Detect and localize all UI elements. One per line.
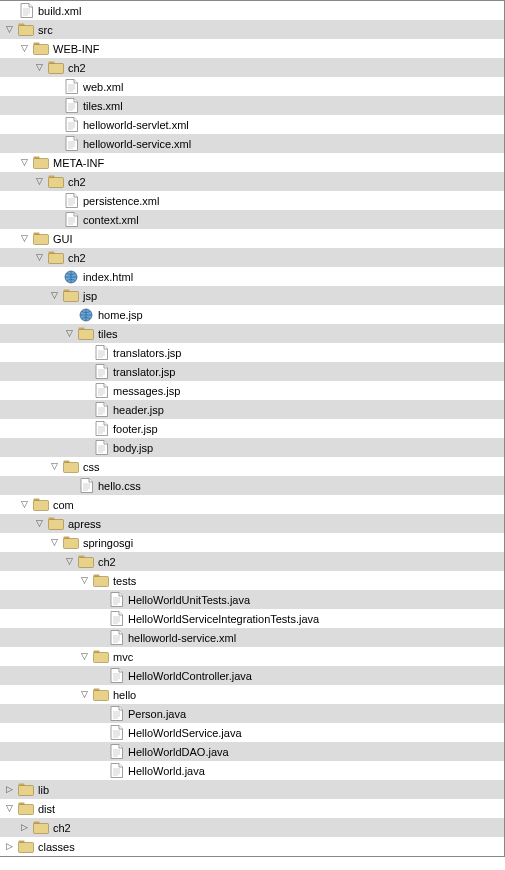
tree-row[interactable]: ▷classes bbox=[0, 837, 504, 856]
indent bbox=[34, 580, 49, 581]
tree-row[interactable]: ▷tiles.xml bbox=[0, 96, 504, 115]
collapse-icon[interactable]: ▽ bbox=[64, 556, 75, 567]
tree-row[interactable]: ▽tests bbox=[0, 571, 504, 590]
tree-row[interactable]: ▷index.html bbox=[0, 267, 504, 286]
tree-row[interactable]: ▷hello.css bbox=[0, 476, 504, 495]
collapse-icon[interactable]: ▽ bbox=[19, 157, 30, 168]
tree-row[interactable]: ▷footer.jsp bbox=[0, 419, 504, 438]
indent bbox=[34, 561, 49, 562]
indent bbox=[34, 770, 49, 771]
expand-icon[interactable]: ▷ bbox=[4, 841, 15, 852]
tree-row[interactable]: ▽com bbox=[0, 495, 504, 514]
collapse-icon[interactable]: ▽ bbox=[49, 461, 60, 472]
tree-item-label: translators.jsp bbox=[113, 347, 181, 359]
tree-row[interactable]: ▷helloworld-service.xml bbox=[0, 628, 504, 647]
svg-rect-41 bbox=[49, 254, 64, 264]
indent bbox=[4, 447, 19, 448]
tree-row[interactable]: ▷context.xml bbox=[0, 210, 504, 229]
tree-row[interactable]: ▷home.jsp bbox=[0, 305, 504, 324]
tree-row[interactable]: ▽apress bbox=[0, 514, 504, 533]
indent bbox=[19, 67, 34, 68]
tree-row[interactable]: ▽ch2 bbox=[0, 552, 504, 571]
collapse-icon[interactable]: ▽ bbox=[4, 24, 15, 35]
tree-row[interactable]: ▽hello bbox=[0, 685, 504, 704]
tree-row[interactable]: ▷HelloWorldServiceIntegrationTests.java bbox=[0, 609, 504, 628]
tree-row[interactable]: ▽ch2 bbox=[0, 58, 504, 77]
expand-icon[interactable]: ▷ bbox=[4, 784, 15, 795]
collapse-icon[interactable]: ▽ bbox=[64, 328, 75, 339]
indent bbox=[19, 257, 34, 258]
file-icon bbox=[108, 725, 124, 740]
tree-row[interactable]: ▷helloworld-servlet.xml bbox=[0, 115, 504, 134]
tree-row[interactable]: ▽GUI bbox=[0, 229, 504, 248]
collapse-icon[interactable]: ▽ bbox=[34, 176, 45, 187]
tree-row[interactable]: ▷messages.jsp bbox=[0, 381, 504, 400]
svg-rect-101 bbox=[94, 653, 109, 663]
collapse-icon[interactable]: ▽ bbox=[49, 537, 60, 548]
tree-row[interactable]: ▷HelloWorldDAO.java bbox=[0, 742, 504, 761]
indent bbox=[49, 637, 64, 638]
indent bbox=[49, 618, 64, 619]
indent bbox=[4, 523, 19, 524]
indent bbox=[64, 390, 79, 391]
collapse-icon[interactable]: ▽ bbox=[49, 290, 60, 301]
indent bbox=[19, 732, 34, 733]
tree-row[interactable]: ▷HelloWorldService.java bbox=[0, 723, 504, 742]
tree-row[interactable]: ▽src bbox=[0, 20, 504, 39]
tree-row[interactable]: ▷HelloWorld.java bbox=[0, 761, 504, 780]
collapse-icon[interactable]: ▽ bbox=[79, 651, 90, 662]
tree-row[interactable]: ▷helloworld-service.xml bbox=[0, 134, 504, 153]
indent bbox=[4, 542, 19, 543]
tree-row[interactable]: ▽mvc bbox=[0, 647, 504, 666]
collapse-icon[interactable]: ▽ bbox=[34, 252, 45, 263]
indent bbox=[49, 751, 64, 752]
collapse-icon[interactable]: ▽ bbox=[19, 499, 30, 510]
tree-row[interactable]: ▷lib bbox=[0, 780, 504, 799]
folder-icon bbox=[33, 41, 49, 56]
tree-row[interactable]: ▽css bbox=[0, 457, 504, 476]
tree-row[interactable]: ▷HelloWorldUnitTests.java bbox=[0, 590, 504, 609]
file-tree[interactable]: ▷build.xml▽src▽WEB-INF▽ch2▷web.xml▷tiles… bbox=[0, 0, 505, 857]
tree-row[interactable]: ▷build.xml bbox=[0, 1, 504, 20]
collapse-icon[interactable]: ▽ bbox=[79, 689, 90, 700]
tree-row[interactable]: ▽jsp bbox=[0, 286, 504, 305]
tree-row[interactable]: ▷HelloWorldController.java bbox=[0, 666, 504, 685]
indent bbox=[49, 580, 64, 581]
indent bbox=[34, 409, 49, 410]
svg-rect-83 bbox=[64, 539, 79, 549]
tree-row[interactable]: ▽dist bbox=[0, 799, 504, 818]
collapse-icon[interactable]: ▽ bbox=[34, 62, 45, 73]
tree-row[interactable]: ▷ch2 bbox=[0, 818, 504, 837]
tree-row[interactable]: ▽ch2 bbox=[0, 248, 504, 267]
expand-icon[interactable]: ▷ bbox=[19, 822, 30, 833]
collapse-icon[interactable]: ▽ bbox=[79, 575, 90, 586]
indent bbox=[34, 390, 49, 391]
collapse-icon[interactable]: ▽ bbox=[19, 233, 30, 244]
indent bbox=[49, 428, 64, 429]
folder-icon bbox=[33, 820, 49, 835]
indent bbox=[34, 599, 49, 600]
indent bbox=[4, 751, 19, 752]
collapse-icon[interactable]: ▽ bbox=[19, 43, 30, 54]
indent bbox=[19, 637, 34, 638]
tree-row[interactable]: ▷translator.jsp bbox=[0, 362, 504, 381]
collapse-icon[interactable]: ▽ bbox=[4, 803, 15, 814]
file-icon bbox=[108, 706, 124, 721]
tree-row[interactable]: ▽WEB-INF bbox=[0, 39, 504, 58]
tree-row[interactable]: ▷web.xml bbox=[0, 77, 504, 96]
tree-row[interactable]: ▷header.jsp bbox=[0, 400, 504, 419]
tree-row[interactable]: ▽springosgi bbox=[0, 533, 504, 552]
indent bbox=[19, 580, 34, 581]
collapse-icon[interactable]: ▽ bbox=[34, 518, 45, 529]
svg-rect-87 bbox=[94, 577, 109, 587]
tree-row[interactable]: ▽ch2 bbox=[0, 172, 504, 191]
tree-item-label: dist bbox=[38, 803, 55, 815]
tree-row[interactable]: ▽tiles bbox=[0, 324, 504, 343]
tree-row[interactable]: ▷Person.java bbox=[0, 704, 504, 723]
tree-row[interactable]: ▷body.jsp bbox=[0, 438, 504, 457]
tree-row[interactable]: ▽META-INF bbox=[0, 153, 504, 172]
indent bbox=[19, 770, 34, 771]
indent bbox=[19, 599, 34, 600]
tree-row[interactable]: ▷persistence.xml bbox=[0, 191, 504, 210]
tree-row[interactable]: ▷translators.jsp bbox=[0, 343, 504, 362]
